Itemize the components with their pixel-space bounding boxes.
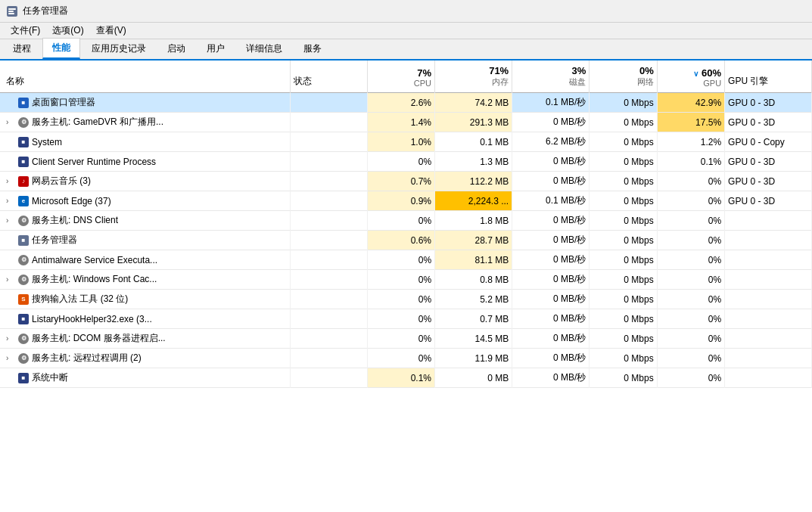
process-icon: ■ xyxy=(18,235,29,246)
process-icon: ■ xyxy=(18,157,29,167)
process-network: 0 Mbps xyxy=(590,329,657,349)
table-row[interactable]: ■Client Server Runtime Process0%1.3 MB0 … xyxy=(0,152,812,172)
process-gpu: 0% xyxy=(657,231,724,250)
table-row[interactable]: ›eMicrosoft Edge (37)0.9%2,224.3 ...0.1 … xyxy=(0,191,812,211)
process-memory: 0.1 MB xyxy=(435,132,512,152)
title-bar: 任务管理器 xyxy=(0,0,812,23)
process-network: 0 Mbps xyxy=(590,191,657,211)
table-row[interactable]: ›♪网易云音乐 (3)0.7%112.2 MB0 MB/秒0 Mbps0%GPU… xyxy=(0,172,812,191)
col-header-memory[interactable]: 71% 内存 xyxy=(435,61,512,93)
tab-app-history[interactable]: 应用历史记录 xyxy=(82,39,156,59)
process-name: 服务主机: GameDVR 和广播用... xyxy=(32,116,163,129)
process-memory: 1.3 MB xyxy=(435,152,512,172)
expand-arrow-icon[interactable]: › xyxy=(6,177,15,185)
expand-arrow-icon[interactable]: › xyxy=(6,275,15,284)
table-row[interactable]: ■System1.0%0.1 MB6.2 MB/秒0 Mbps1.2%GPU 0… xyxy=(0,132,812,152)
table-row[interactable]: ■桌面窗口管理器2.6%74.2 MB0.1 MB/秒0 Mbps42.9%GP… xyxy=(0,93,812,113)
col-header-cpu[interactable]: 7% CPU xyxy=(367,61,434,93)
table-row[interactable]: ›⚙服务主机: DCOM 服务器进程启...0%14.5 MB0 MB/秒0 M… xyxy=(0,329,812,349)
col-header-gpu[interactable]: ∨ 60% GPU xyxy=(657,61,724,93)
process-name: 服务主机: Windows Font Cac... xyxy=(32,273,157,286)
col-header-gpu-engine[interactable]: GPU 引擎 xyxy=(725,61,812,93)
process-cpu: 0% xyxy=(367,152,434,172)
table-row[interactable]: ■系统中断0.1%0 MB0 MB/秒0 Mbps0% xyxy=(0,368,812,388)
table-row[interactable]: ›⚙服务主机: GameDVR 和广播用...1.4%291.3 MB0 MB/… xyxy=(0,113,812,132)
process-gpu: 0% xyxy=(657,368,724,388)
col-header-disk[interactable]: 3% 磁盘 xyxy=(512,61,590,93)
process-network: 0 Mbps xyxy=(590,132,657,152)
menu-options[interactable]: 选项(O) xyxy=(46,23,89,39)
app-icon xyxy=(6,5,18,17)
process-disk: 0.1 MB/秒 xyxy=(512,191,590,211)
expand-arrow-icon[interactable]: › xyxy=(6,216,15,225)
process-disk: 0 MB/秒 xyxy=(512,211,590,231)
table-row[interactable]: ›⚙服务主机: 远程过程调用 (2)0%11.9 MB0 MB/秒0 Mbps0… xyxy=(0,349,812,368)
process-disk: 0 MB/秒 xyxy=(512,329,590,349)
col-header-status[interactable]: 状态 xyxy=(290,61,367,93)
process-name: Microsoft Edge (37) xyxy=(32,196,111,206)
svg-rect-1 xyxy=(8,8,16,10)
menu-file[interactable]: 文件(F) xyxy=(5,23,46,39)
process-icon: e xyxy=(18,196,29,206)
process-network: 0 Mbps xyxy=(590,93,657,113)
process-cpu: 0% xyxy=(367,270,434,290)
process-name: 服务主机: DCOM 服务器进程启... xyxy=(32,332,166,345)
process-memory: 291.3 MB xyxy=(435,113,512,132)
col-header-network[interactable]: 0% 网络 xyxy=(590,61,657,93)
process-memory: 28.7 MB xyxy=(435,231,512,250)
menu-bar: 文件(F) 选项(O) 查看(V) xyxy=(0,23,812,39)
table-row[interactable]: ›⚙服务主机: DNS Client0%1.8 MB0 MB/秒0 Mbps0% xyxy=(0,211,812,231)
process-cpu: 0% xyxy=(367,290,434,309)
process-gpu: 0% xyxy=(657,309,724,329)
expand-arrow-icon[interactable]: › xyxy=(6,118,15,126)
process-gpu-engine xyxy=(725,329,812,349)
process-name: 系统中断 xyxy=(32,371,68,384)
process-disk: 0 MB/秒 xyxy=(512,349,590,368)
process-name: Antimalware Service Executa... xyxy=(32,255,157,265)
process-gpu-engine: GPU 0 - 3D xyxy=(725,93,812,113)
process-cpu: 0.1% xyxy=(367,368,434,388)
tab-services[interactable]: 服务 xyxy=(294,39,331,59)
process-name: System xyxy=(32,137,62,147)
process-gpu-engine: GPU 0 - 3D xyxy=(725,191,812,211)
process-name: 桌面窗口管理器 xyxy=(32,96,95,109)
process-icon: ⚙ xyxy=(18,334,29,344)
tab-performance[interactable]: 性能 xyxy=(42,38,80,59)
expand-arrow-icon[interactable]: › xyxy=(6,354,15,362)
process-status xyxy=(290,152,367,172)
expand-arrow-icon[interactable]: › xyxy=(6,334,15,343)
process-gpu: 0% xyxy=(657,290,724,309)
process-status xyxy=(290,290,367,309)
process-gpu: 0% xyxy=(657,270,724,290)
table-row[interactable]: ›⚙服务主机: Windows Font Cac...0%0.8 MB0 MB/… xyxy=(0,270,812,290)
process-icon: S xyxy=(18,294,29,305)
process-memory: 1.8 MB xyxy=(435,211,512,231)
col-header-name[interactable]: 名称 xyxy=(0,61,290,93)
table-row[interactable]: ■任务管理器0.6%28.7 MB0 MB/秒0 Mbps0% xyxy=(0,231,812,250)
table-row[interactable]: S搜狗输入法 工具 (32 位)0%5.2 MB0 MB/秒0 Mbps0% xyxy=(0,290,812,309)
process-gpu: 0.1% xyxy=(657,152,724,172)
process-cpu: 2.6% xyxy=(367,93,434,113)
tab-details[interactable]: 详细信息 xyxy=(236,39,292,59)
process-cpu: 0% xyxy=(367,250,434,270)
tab-startup[interactable]: 启动 xyxy=(157,39,195,59)
process-gpu-engine xyxy=(725,231,812,250)
process-gpu-engine xyxy=(725,290,812,309)
process-network: 0 Mbps xyxy=(590,368,657,388)
process-disk: 0 MB/秒 xyxy=(512,290,590,309)
tab-processes[interactable]: 进程 xyxy=(3,39,41,59)
table-row[interactable]: ■ListaryHookHelper32.exe (3...0%0.7 MB0 … xyxy=(0,309,812,329)
process-cpu: 0% xyxy=(367,349,434,368)
process-gpu-engine: GPU 0 - Copy xyxy=(725,132,812,152)
process-cpu: 0.9% xyxy=(367,191,434,211)
process-network: 0 Mbps xyxy=(590,211,657,231)
process-icon: ■ xyxy=(18,137,29,147)
table-row[interactable]: ⚙Antimalware Service Executa...0%81.1 MB… xyxy=(0,250,812,270)
process-gpu-engine xyxy=(725,309,812,329)
process-status xyxy=(290,211,367,231)
tab-users[interactable]: 用户 xyxy=(197,39,235,59)
menu-view[interactable]: 查看(V) xyxy=(90,23,132,39)
expand-arrow-icon[interactable]: › xyxy=(6,197,15,205)
process-icon: ⚙ xyxy=(18,353,29,364)
process-gpu-engine: GPU 0 - 3D xyxy=(725,172,812,191)
